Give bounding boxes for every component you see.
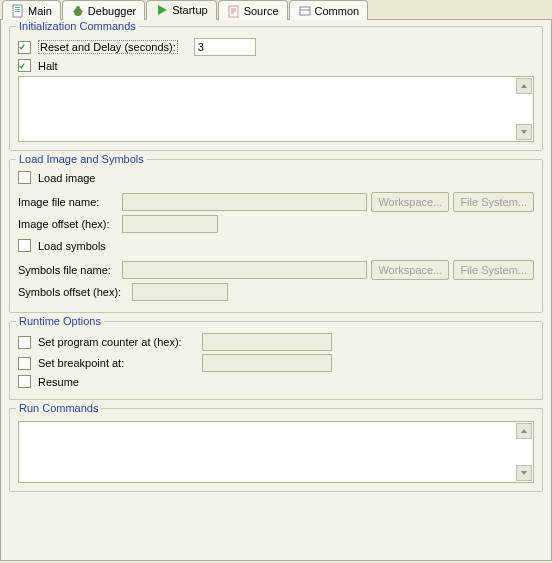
- load-symbols-label: Load symbols: [38, 240, 106, 252]
- bug-icon: [71, 4, 85, 18]
- group-load-title: Load Image and Symbols: [16, 153, 147, 165]
- group-run: Run Commands: [9, 408, 543, 492]
- pc-checkbox[interactable]: [18, 336, 31, 349]
- init-commands-textarea[interactable]: [18, 76, 534, 142]
- file-icon: [11, 4, 25, 18]
- tab-source-label: Source: [244, 5, 279, 17]
- resume-checkbox[interactable]: [18, 375, 31, 388]
- svg-rect-1: [15, 7, 20, 8]
- common-icon: [298, 4, 312, 18]
- tab-startup[interactable]: Startup: [146, 0, 216, 20]
- svg-rect-10: [300, 7, 310, 15]
- symbols-offset-input[interactable]: [132, 283, 228, 301]
- tab-common-label: Common: [315, 5, 360, 17]
- bp-checkbox[interactable]: [18, 357, 31, 370]
- image-workspace-button[interactable]: Workspace...: [371, 192, 449, 212]
- image-filesystem-button[interactable]: File System...: [453, 192, 534, 212]
- reset-delay-input[interactable]: [194, 38, 256, 56]
- bp-input[interactable]: [202, 354, 332, 372]
- symbols-offset-label: Symbols offset (hex):: [18, 286, 128, 298]
- group-init: Initialization Commands Reset and Delay …: [9, 26, 543, 151]
- group-load: Load Image and Symbols Load image Image …: [9, 159, 543, 313]
- load-image-label: Load image: [38, 172, 96, 184]
- image-file-label: Image file name:: [18, 196, 118, 208]
- image-offset-input[interactable]: [122, 215, 218, 233]
- source-icon: [227, 4, 241, 18]
- group-runtime-title: Runtime Options: [16, 315, 104, 327]
- tab-content: Initialization Commands Reset and Delay …: [0, 19, 552, 561]
- svg-point-5: [76, 6, 80, 10]
- tab-debugger-label: Debugger: [88, 5, 136, 17]
- tab-startup-label: Startup: [172, 4, 207, 16]
- halt-checkbox[interactable]: [18, 59, 31, 72]
- svg-marker-13: [521, 130, 527, 134]
- symbols-filesystem-button[interactable]: File System...: [453, 260, 534, 280]
- scroll-down-icon[interactable]: [516, 465, 532, 481]
- load-image-checkbox[interactable]: [18, 171, 31, 184]
- play-icon: [155, 3, 169, 17]
- scroll-down-icon[interactable]: [516, 124, 532, 140]
- image-offset-label: Image offset (hex):: [18, 218, 118, 230]
- svg-rect-2: [15, 9, 20, 10]
- reset-label: Reset and Delay (seconds):: [38, 40, 178, 54]
- load-symbols-checkbox[interactable]: [18, 239, 31, 252]
- tab-source[interactable]: Source: [218, 0, 288, 20]
- svg-marker-14: [521, 429, 527, 433]
- resume-label: Resume: [38, 376, 79, 388]
- tab-debugger[interactable]: Debugger: [62, 0, 145, 20]
- svg-marker-8: [158, 5, 167, 15]
- run-commands-textarea[interactable]: [18, 421, 534, 483]
- scroll-up-icon[interactable]: [516, 78, 532, 94]
- bp-label: Set breakpoint at:: [38, 357, 198, 369]
- tab-main-label: Main: [28, 5, 52, 17]
- reset-checkbox[interactable]: [18, 41, 31, 54]
- image-file-input[interactable]: [122, 193, 367, 211]
- tab-main[interactable]: Main: [2, 0, 61, 20]
- svg-rect-3: [15, 11, 20, 12]
- group-runtime: Runtime Options Set program counter at (…: [9, 321, 543, 400]
- svg-marker-12: [521, 84, 527, 88]
- group-init-title: Initialization Commands: [16, 20, 139, 32]
- pc-input[interactable]: [202, 333, 332, 351]
- symbols-file-label: Symbols file name:: [18, 264, 118, 276]
- symbols-workspace-button[interactable]: Workspace...: [371, 260, 449, 280]
- group-run-title: Run Commands: [16, 402, 101, 414]
- svg-marker-15: [521, 471, 527, 475]
- scroll-up-icon[interactable]: [516, 423, 532, 439]
- tab-common[interactable]: Common: [289, 0, 369, 20]
- tab-bar: Main Debugger Startup Source Common: [0, 0, 552, 20]
- halt-label: Halt: [38, 60, 58, 72]
- pc-label: Set program counter at (hex):: [38, 336, 198, 348]
- symbols-file-input[interactable]: [122, 261, 367, 279]
